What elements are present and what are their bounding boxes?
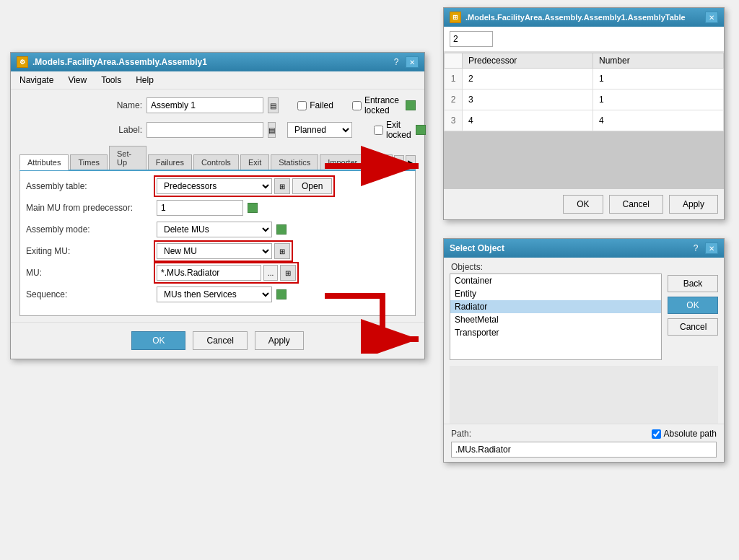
select-object-dialog: Select Object ? ✕ Objects: Container Ent…: [443, 238, 725, 463]
label-small-btn[interactable]: ▤: [268, 122, 276, 138]
row1-predecessor[interactable]: [463, 69, 593, 89]
list-item-sheetmetal[interactable]: SheetMetal: [450, 313, 661, 326]
name-input[interactable]: [147, 97, 263, 113]
exiting-mu-select[interactable]: New MU: [157, 243, 272, 259]
main-ok-button[interactable]: OK: [131, 331, 185, 350]
path-input[interactable]: .MUs.Radiator: [451, 442, 717, 458]
assembly-mode-select[interactable]: Delete MUs: [157, 222, 272, 237]
table-ok-button[interactable]: OK: [563, 195, 603, 214]
entrance-locked-group: Entrance locked: [352, 95, 401, 115]
tab-attributes[interactable]: Attributes: [19, 154, 69, 170]
list-item-container[interactable]: Container: [450, 274, 661, 287]
main-mu-green-sq: [248, 203, 258, 213]
name-small-btn[interactable]: ▤: [268, 97, 279, 113]
row2-number[interactable]: [593, 89, 724, 110]
objects-label: Objects:: [444, 258, 724, 274]
arrow-to-select: [325, 281, 440, 356]
assembly-mode-green-sq: [276, 224, 287, 235]
row2-pred-input[interactable]: [468, 92, 587, 108]
select-close-button[interactable]: ✕: [705, 242, 718, 254]
table-close-button[interactable]: ✕: [705, 12, 718, 23]
objects-listbox[interactable]: Container Entity Radiator SheetMetal Tra…: [450, 274, 662, 360]
table-cancel-button[interactable]: Cancel: [609, 195, 663, 214]
mu-field-group: ... ⊞: [157, 265, 296, 281]
row3-num-input[interactable]: [599, 113, 717, 128]
main-dialog-title: .Models.FacilityArea.Assembly.Assembly1: [32, 57, 207, 67]
row1-number[interactable]: [593, 69, 724, 89]
tab-failures[interactable]: Failures: [148, 154, 192, 170]
assembly-table-label: Assembly table:: [26, 181, 152, 191]
assembly-table-small-btn[interactable]: ⊞: [274, 178, 290, 194]
assembly-mode-label: Assembly mode:: [26, 224, 152, 235]
select-help-button[interactable]: ?: [689, 242, 702, 254]
list-item-entity[interactable]: Entity: [450, 287, 661, 300]
tab-times[interactable]: Times: [70, 154, 108, 170]
list-item-transporter[interactable]: Transporter: [450, 326, 661, 339]
tab-exit[interactable]: Exit: [240, 154, 269, 170]
back-button[interactable]: Back: [668, 275, 718, 292]
assembly-mode-row: Assembly mode: Delete MUs: [26, 222, 409, 237]
col-rownum: [445, 53, 463, 69]
main-apply-button[interactable]: Apply: [255, 331, 304, 350]
mu-small-btn[interactable]: ⊞: [280, 265, 296, 281]
table-dialog-title: .Models.FacilityArea.Assembly.Assembly1.…: [465, 13, 686, 22]
close-button[interactable]: ✕: [406, 56, 419, 68]
label-input[interactable]: [147, 122, 263, 138]
row1-pred-input[interactable]: [468, 71, 587, 87]
label-row: Label: ▤ Planned Exit locked: [19, 120, 416, 140]
exiting-mu-row: Exiting MU: New MU ⊞: [26, 243, 409, 259]
sequence-select[interactable]: MUs then Services: [157, 286, 272, 302]
select-cancel-button[interactable]: Cancel: [668, 318, 718, 336]
entrance-locked-checkbox[interactable]: [352, 101, 362, 110]
absolute-path-checkbox[interactable]: [652, 429, 661, 439]
table-top-input[interactable]: 2: [450, 31, 493, 47]
name-label: Name:: [19, 100, 142, 110]
exiting-mu-small-btn[interactable]: ⊞: [274, 243, 290, 259]
row3-predecessor[interactable]: [463, 110, 593, 131]
select-ok-button[interactable]: OK: [668, 297, 718, 314]
sequence-label: Sequence:: [26, 289, 152, 299]
assembly-table-dialog: ⊞ .Models.FacilityArea.Assembly.Assembly…: [443, 7, 725, 220]
row2-num-input[interactable]: [599, 92, 717, 108]
main-mu-input[interactable]: [157, 200, 243, 216]
table-row: 1: [445, 69, 724, 89]
row1-num: 1: [445, 69, 463, 89]
failed-check-group: Failed: [297, 100, 333, 110]
menu-tools[interactable]: Tools: [98, 74, 124, 87]
failed-checkbox[interactable]: [297, 101, 307, 110]
tab-setup[interactable]: Set-Up: [109, 146, 147, 170]
entrance-locked-label: Entrance locked: [364, 95, 401, 115]
menu-navigate[interactable]: Navigate: [17, 74, 56, 87]
tab-statistics[interactable]: Statistics: [271, 154, 318, 170]
row2-predecessor[interactable]: [463, 89, 593, 110]
help-button[interactable]: ?: [390, 56, 403, 68]
titlebar-controls: ? ✕: [390, 56, 419, 68]
menu-help[interactable]: Help: [133, 74, 157, 87]
main-cancel-button[interactable]: Cancel: [193, 331, 247, 350]
select-titlebar: Select Object ? ✕: [444, 239, 724, 258]
assembly-table-select-group: Predecessors ⊞ Open: [157, 178, 332, 194]
row1-num-input[interactable]: [599, 71, 717, 87]
table-apply-button[interactable]: Apply: [669, 195, 718, 214]
menubar: Navigate View Tools Help: [11, 71, 424, 89]
row3-pred-input[interactable]: [468, 113, 587, 128]
assembly-table-select[interactable]: Predecessors: [157, 178, 272, 194]
row3-number[interactable]: [593, 110, 724, 131]
main-titlebar: ⚙ .Models.FacilityArea.Assembly.Assembly…: [11, 53, 424, 71]
row3-num: 3: [445, 110, 463, 131]
select-titlebar-controls: ? ✕: [689, 242, 718, 254]
mu-label: MU:: [26, 268, 152, 278]
select-empty-area: [450, 366, 718, 424]
objects-list-container: Container Entity Radiator SheetMetal Tra…: [444, 274, 724, 366]
mu-input[interactable]: [157, 265, 261, 281]
path-row: Path: Absolute path: [451, 429, 717, 439]
dialog-icon: ⚙: [17, 56, 28, 68]
tab-controls[interactable]: Controls: [193, 154, 239, 170]
mu-browse-btn[interactable]: ...: [263, 265, 278, 281]
titlebar-left: ⚙ .Models.FacilityArea.Assembly.Assembly…: [17, 56, 207, 68]
exit-locked-checkbox[interactable]: [374, 126, 383, 135]
menu-view[interactable]: View: [65, 74, 89, 87]
planned-select[interactable]: Planned: [287, 122, 352, 138]
list-item-radiator[interactable]: Radiator: [450, 300, 661, 313]
select-titlebar-left: Select Object: [450, 243, 504, 253]
